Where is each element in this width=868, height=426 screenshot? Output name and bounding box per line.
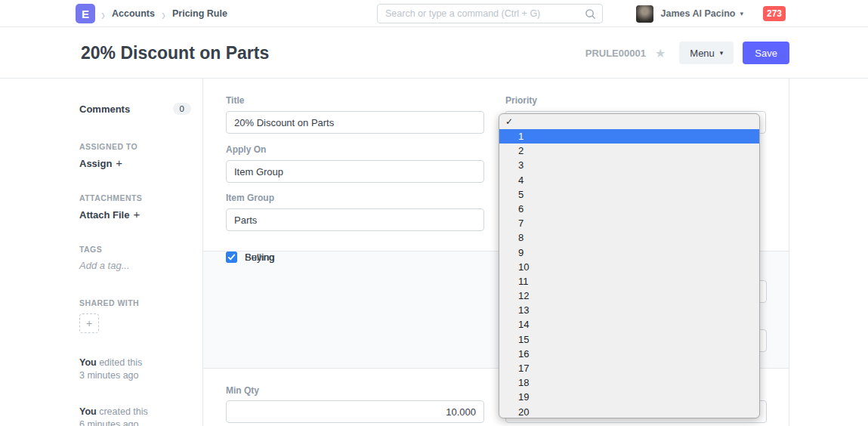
plus-icon: + xyxy=(133,208,140,221)
checkbox-field[interactable]: Buying xyxy=(226,252,275,263)
attach-file-label: Attach File xyxy=(79,209,129,221)
dropdown-option[interactable]: 4 xyxy=(499,173,759,187)
user-name[interactable]: James Al Pacino xyxy=(661,8,736,19)
breadcrumb-accounts[interactable]: Accounts xyxy=(112,8,155,19)
dropdown-option[interactable]: 5 xyxy=(499,187,759,202)
timeline-action: edited this xyxy=(99,357,142,368)
dropdown-option[interactable]: 12 xyxy=(499,289,759,303)
user-menu[interactable]: James Al Pacino ▾ 273 xyxy=(636,0,786,27)
assign-button[interactable]: Assign+ xyxy=(79,156,122,169)
dropdown-option[interactable]: 10 xyxy=(499,260,759,274)
comments-row[interactable]: Comments 0 xyxy=(79,103,191,115)
dropdown-option[interactable]: 19 xyxy=(499,390,759,404)
chevron-right-icon: › xyxy=(101,6,105,21)
priority-dropdown-options: 1 2 3 4 5 6 7 8 9 10 11 12 xyxy=(499,129,759,418)
chevron-right-icon: › xyxy=(162,6,165,21)
dropdown-option[interactable]: 6 xyxy=(499,202,759,216)
comments-count-badge: 0 xyxy=(173,103,191,115)
created-timeline-entry: You created this 6 minutes ago xyxy=(79,406,148,426)
search-icon xyxy=(585,8,596,23)
star-icon[interactable]: ★ xyxy=(655,46,666,60)
share-add-button[interactable]: + xyxy=(79,313,99,333)
attach-file-button[interactable]: Attach File+ xyxy=(79,208,140,221)
dropdown-option[interactable]: 15 xyxy=(499,332,759,347)
min-qty-field-label: Min Qty xyxy=(226,385,484,396)
dropdown-option[interactable]: 7 xyxy=(499,216,759,230)
dropdown-option[interactable]: 8 xyxy=(499,230,759,245)
global-search xyxy=(377,4,603,23)
menu-button[interactable]: Menu ▾ xyxy=(679,42,734,64)
chevron-down-icon: ▾ xyxy=(720,49,724,57)
timeline-when: 6 minutes ago xyxy=(79,419,139,426)
dropdown-option[interactable]: 20 xyxy=(499,405,759,418)
timeline-who: You xyxy=(79,406,97,417)
dropdown-option[interactable]: 16 xyxy=(499,347,759,361)
item-group-field[interactable] xyxy=(226,208,484,231)
doc-id: PRULE00001 xyxy=(585,48,646,59)
dropdown-option[interactable]: 1 xyxy=(499,129,759,144)
dropdown-option[interactable]: 2 xyxy=(499,144,759,158)
shared-with-heading: SHARED WITH xyxy=(79,298,139,307)
priority-dropdown: ✓ 1 2 3 4 5 6 7 8 9 10 11 xyxy=(499,113,760,418)
page-title: 20% Discount on Parts xyxy=(81,27,269,79)
checkbox-icon[interactable] xyxy=(226,252,237,263)
dropdown-selected-blank-option[interactable]: ✓ xyxy=(499,114,759,129)
chevron-down-icon: ▾ xyxy=(740,10,743,17)
timeline-when: 3 minutes ago xyxy=(79,370,139,381)
title-field-label: Title xyxy=(226,95,484,106)
app-logo[interactable]: E xyxy=(76,4,95,23)
page-head: 20% Discount on Parts PRULE00001 ★ Menu … xyxy=(0,27,868,79)
breadcrumb-pricing-rule[interactable]: Pricing Rule xyxy=(172,8,227,19)
dropdown-option[interactable]: 11 xyxy=(499,274,759,289)
dropdown-option[interactable]: 9 xyxy=(499,245,759,260)
dropdown-option[interactable]: 3 xyxy=(499,158,759,172)
priority-field-label: Priority xyxy=(505,95,767,106)
apply-on-field[interactable] xyxy=(226,160,484,183)
notification-badge[interactable]: 273 xyxy=(763,6,786,21)
navbar: E › Accounts › Pricing Rule James Al Pac… xyxy=(0,0,868,27)
apply-on-field-label: Apply On xyxy=(226,144,484,155)
assign-label: Assign xyxy=(79,158,112,169)
comments-link[interactable]: Comments xyxy=(79,103,130,115)
add-tag-input[interactable]: Add a tag... xyxy=(79,260,130,271)
attachments-heading: ATTACHMENTS xyxy=(79,193,142,202)
timeline-action: created this xyxy=(99,406,148,417)
edited-timeline-entry: You edited this 3 minutes ago xyxy=(79,357,142,382)
dropdown-option[interactable]: 18 xyxy=(499,375,759,390)
app-window: E › Accounts › Pricing Rule James Al Pac… xyxy=(0,0,868,426)
item-group-field-label: Item Group xyxy=(226,193,484,203)
breadcrumb: › Accounts › Pricing Rule xyxy=(101,0,227,27)
plus-icon: + xyxy=(116,156,122,169)
min-qty-field[interactable] xyxy=(226,400,484,423)
search-input[interactable] xyxy=(377,4,603,23)
assigned-to-heading: ASSIGNED TO xyxy=(79,142,137,151)
save-button[interactable]: Save xyxy=(743,42,789,64)
checkbox-label: Buying xyxy=(245,252,275,263)
avatar[interactable] xyxy=(636,5,653,23)
tags-heading: TAGS xyxy=(79,245,102,254)
dropdown-option[interactable]: 14 xyxy=(499,317,759,332)
page-actions: PRULE00001 ★ Menu ▾ Save xyxy=(585,27,789,79)
menu-button-label: Menu xyxy=(690,48,715,59)
sidebar: Comments 0 ASSIGNED TO Assign+ ATTACHMEN… xyxy=(0,79,202,426)
dropdown-option[interactable]: 17 xyxy=(499,361,759,375)
title-field[interactable] xyxy=(226,111,484,134)
dropdown-option[interactable]: 13 xyxy=(499,303,759,317)
timeline-who: You xyxy=(79,357,97,368)
